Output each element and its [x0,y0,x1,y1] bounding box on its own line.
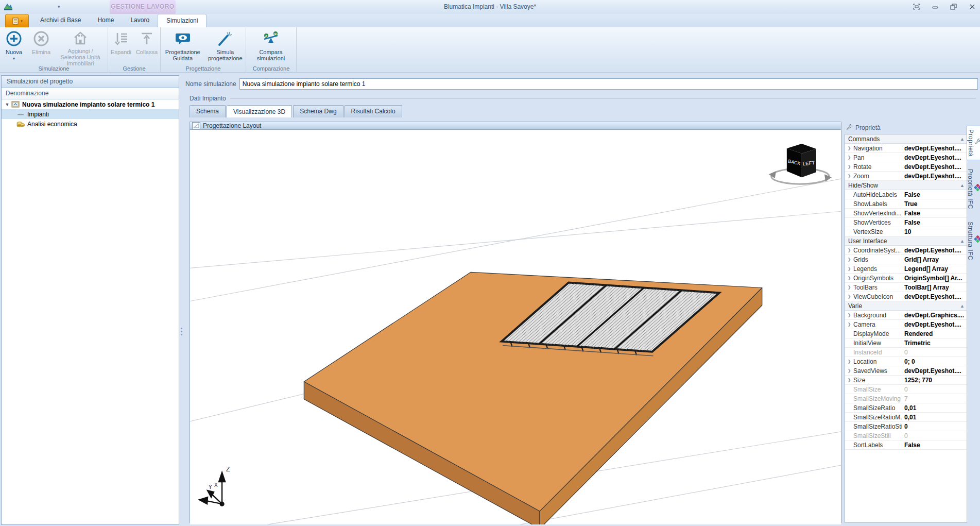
property-row[interactable]: SmallSizeStill0 [845,431,967,440]
expand-arrow-icon[interactable]: ❯ [845,294,853,299]
property-value[interactable]: OriginSymbol[] Ar... [902,275,967,282]
property-value[interactable]: False [902,442,967,449]
expand-arrow-icon[interactable]: ❯ [845,266,853,271]
property-row[interactable]: SortLabelsFalse [845,440,967,450]
expand-arrow-icon[interactable]: ❯ [845,248,853,252]
property-value[interactable]: devDept.Eyeshot.... [902,163,967,171]
property-value[interactable]: Legend[] Array [902,265,967,273]
property-category[interactable]: Varie▲ [845,301,967,311]
property-value[interactable]: False [902,191,967,198]
side-tab-struttura-ifc[interactable]: Struttura IFC [966,218,980,264]
property-value[interactable]: 0 [902,386,967,393]
property-row[interactable]: SmallSizeRatio0,01 [845,403,967,413]
property-category[interactable]: User Interface▲ [845,236,967,246]
aggiungi-seleziona-button[interactable]: Aggiungi / Seleziona Unità Immobiliari [55,29,106,63]
property-row[interactable]: ❯PandevDept.Eyeshot.... [845,153,967,162]
tree-item-analisi-economica[interactable]: Analisi economica [2,119,179,129]
progettazione-guidata-button[interactable]: Progettazione Guidata [161,29,204,63]
property-value[interactable]: 10 [902,228,967,235]
collapse-chevron-icon[interactable]: ▲ [960,183,965,188]
property-row[interactable]: ❯CameradevDept.Eyeshot.... [845,320,967,329]
property-row[interactable]: ❯GridsGrid[] Array [845,255,967,264]
property-row[interactable]: ShowLabelsTrue [845,199,967,209]
property-value[interactable]: 0 [902,349,967,356]
application-menu-button[interactable]: ▾ [5,14,29,27]
property-value[interactable]: devDept.Eyeshot.... [902,293,967,300]
property-row[interactable]: ❯ViewCubeIcondevDept.Eyeshot.... [845,292,967,301]
property-row[interactable]: ❯SavedViewsdevDept.Eyeshot.... [845,366,967,376]
tree-item-simulazione-root[interactable]: ▼ Nuova simulazione impianto solare term… [2,99,179,109]
property-row[interactable]: ❯Size1252; 770 [845,376,967,385]
property-row[interactable]: SmallSize0 [845,385,967,394]
property-value[interactable]: 0,01 [902,414,967,421]
property-row[interactable]: ❯RotatedevDept.Eyeshot.... [845,162,967,172]
expand-arrow-icon[interactable]: ❯ [845,155,853,160]
expand-arrow-icon[interactable]: ❯ [845,164,853,169]
expand-arrow-icon[interactable]: ❯ [845,378,853,382]
property-row[interactable]: InitialViewTrimetric [845,338,967,348]
minimize-icon[interactable] [930,2,941,11]
expand-arrow-icon[interactable]: ❯ [845,276,853,280]
property-value[interactable]: False [902,210,967,217]
property-row[interactable]: ❯Location0; 0 [845,357,967,366]
property-value[interactable]: ToolBar[] Array [902,284,967,291]
tab-schema[interactable]: Schema [190,105,226,117]
property-value[interactable]: 7 [902,395,967,402]
simula-progettazione-button[interactable]: Simula progettazione [204,29,246,63]
property-row[interactable]: ❯CoordinateSyst...devDept.Eyeshot.... [845,246,967,255]
property-row[interactable]: ❯OriginSymbolsOriginSymbol[] Ar... [845,274,967,283]
compara-simulazioni-button[interactable]: AB Compara simulazioni [246,29,296,63]
property-row[interactable]: VertexSize10 [845,227,967,236]
nuova-button[interactable]: Nuova ▾ [0,29,28,63]
property-value[interactable]: devDept.Eyeshot.... [902,145,967,152]
property-row[interactable]: InstanceId0 [845,348,967,357]
property-row[interactable]: ❯ZoomdevDept.Eyeshot.... [845,172,967,181]
property-value[interactable]: devDept.Graphics.... [902,312,967,319]
expand-arrow-icon[interactable]: ❯ [845,285,853,290]
chevron-down-icon[interactable]: ▼ [4,102,11,107]
property-row[interactable]: SmallSizeRatioM...0,01 [845,413,967,422]
property-value[interactable]: True [902,200,967,208]
side-tab-proprieta[interactable]: Proprietà [967,126,980,160]
3d-viewport[interactable]: BACK LEFT Z Y X [190,130,841,524]
property-row[interactable]: ShowVerticesFalse [845,218,967,227]
expand-arrow-icon[interactable]: ❯ [845,174,853,178]
simulation-name-input[interactable] [239,78,978,90]
property-value[interactable]: Trimetric [902,340,967,347]
property-row[interactable]: ❯BackgrounddevDept.Graphics.... [845,311,967,320]
property-row[interactable]: ❯NavigationdevDept.Eyeshot.... [845,144,967,153]
property-row[interactable]: SmallSizeMoving7 [845,394,967,403]
property-value[interactable]: 0 [902,423,967,430]
property-value[interactable]: Grid[] Array [902,256,967,263]
panel-splitter[interactable] [179,75,183,526]
tree-column-header[interactable]: Denominazione [2,88,179,99]
property-row[interactable]: ❯ToolBarsToolBar[] Array [845,283,967,292]
nuova-dropdown-icon[interactable]: ▾ [13,56,15,62]
view-cube[interactable]: BACK LEFT [769,144,832,184]
property-row[interactable]: DisplayModeRendered [845,329,967,338]
tab-lavoro[interactable]: Lavoro [122,14,158,27]
tree-item-impianti[interactable]: Impianti [2,109,179,119]
property-value[interactable]: 1252; 770 [902,377,967,384]
restore-icon[interactable] [948,2,959,11]
tab-schema-dwg[interactable]: Schema Dwg [293,105,343,117]
property-value[interactable]: 0,01 [902,404,967,412]
property-row[interactable]: AutoHideLabelsFalse [845,190,967,199]
tab-simulazioni[interactable]: Simulazioni [158,14,207,27]
side-tab-proprieta-ifc[interactable]: Proprietà IFC [966,165,980,213]
collapse-chevron-icon[interactable]: ▲ [960,137,965,142]
collapse-chevron-icon[interactable]: ▲ [960,303,965,309]
property-value[interactable]: devDept.Eyeshot.... [902,367,967,375]
expand-arrow-icon[interactable]: ❯ [845,368,853,373]
property-row[interactable]: ShowVertexIndi...False [845,209,967,218]
property-value[interactable]: devDept.Eyeshot.... [902,247,967,254]
property-category[interactable]: Commands▲ [845,134,967,144]
expand-arrow-icon[interactable]: ❯ [845,359,853,364]
property-value[interactable]: False [902,219,967,226]
tab-archivi-di-base[interactable]: Archivi di Base [32,14,89,27]
property-row[interactable]: SmallSizeRatioStill0 [845,422,967,431]
tab-risultati-calcolo[interactable]: Risultati Calcolo [345,105,402,117]
fullscreen-icon[interactable] [911,2,922,11]
expand-arrow-icon[interactable]: ❯ [845,146,853,150]
property-row[interactable]: ❯LegendsLegend[] Array [845,264,967,274]
